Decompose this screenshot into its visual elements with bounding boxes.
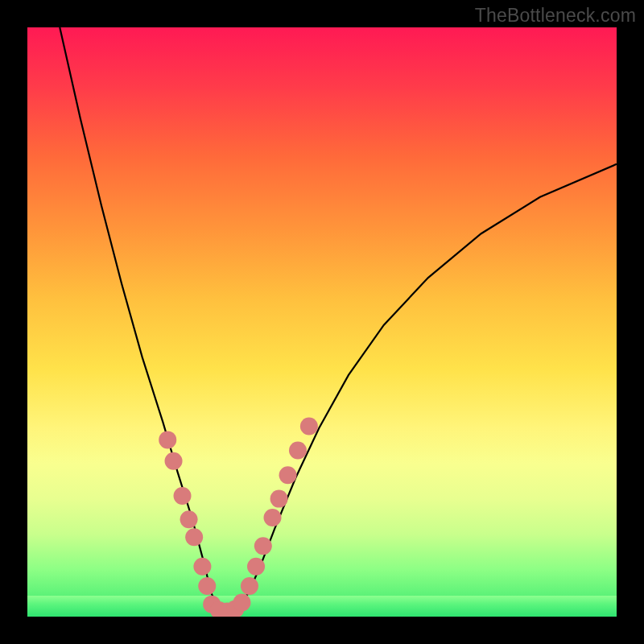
highlight-dot [159, 431, 176, 448]
highlight-dot [241, 577, 258, 595]
highlight-dot [264, 509, 282, 526]
highlight-dot-layer [159, 418, 318, 617]
highlight-dot [165, 452, 183, 470]
highlight-dot [193, 558, 211, 576]
highlight-dot [289, 442, 307, 460]
highlight-dot [270, 490, 288, 508]
highlight-dot [254, 537, 272, 555]
highlight-dot [198, 577, 216, 595]
highlight-dot [174, 487, 192, 505]
highlight-dot [247, 558, 265, 576]
plot-area [27, 27, 617, 617]
highlight-dot [180, 510, 198, 528]
chart-svg [27, 27, 617, 617]
highlight-dot [185, 528, 203, 546]
highlight-dot [300, 418, 318, 436]
watermark-text: TheBottleneck.com [475, 5, 636, 27]
chart-frame: TheBottleneck.com [0, 0, 644, 644]
highlight-dot [279, 466, 297, 484]
bottleneck-curve [60, 27, 617, 611]
highlight-dot [233, 593, 250, 611]
